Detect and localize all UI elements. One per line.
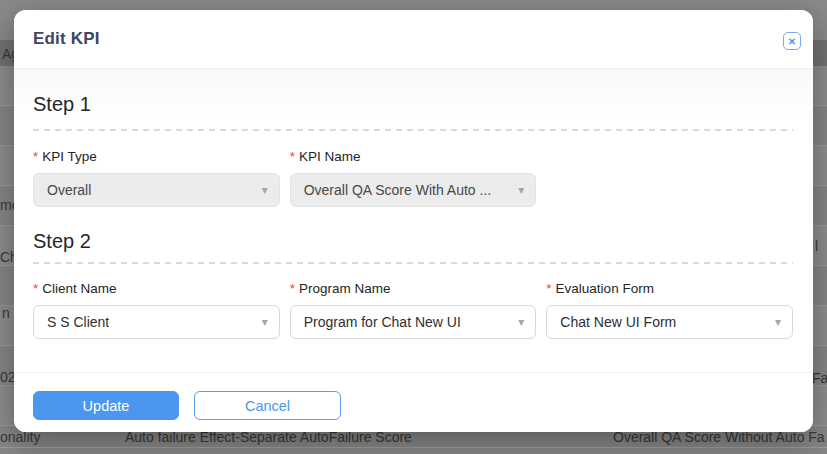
kpi-type-select: Overall ▾ (33, 173, 280, 207)
required-asterisk: * (290, 149, 295, 164)
kpi-name-select: Overall QA Score With Auto ... ▾ (290, 173, 537, 207)
step2-fields-row: *Client Name S S Client ▾ *Program Name … (33, 282, 793, 339)
close-button[interactable]: ✕ (783, 32, 801, 50)
evaluation-form-field: *Evaluation Form Chat New UI Form ▾ (546, 282, 793, 339)
kpi-name-label: *KPI Name (290, 150, 537, 164)
step1-heading: Step 1 (33, 93, 793, 116)
evaluation-form-value: Chat New UI Form (560, 314, 676, 330)
modal-header: Edit KPI ✕ (14, 10, 813, 69)
kpi-name-value: Overall QA Score With Auto ... (304, 182, 492, 198)
chevron-down-icon: ▾ (262, 184, 268, 196)
background-text-fragment: Fa (812, 371, 827, 386)
background-text-fragment: l (815, 239, 818, 254)
modal-title: Edit KPI (33, 29, 100, 49)
step1-fields-row: *KPI Type Overall ▾ *KPI Name Overall QA… (33, 150, 793, 207)
background-text-fragment: Overall QA Score Without Auto Fa (613, 430, 825, 445)
evaluation-form-label: *Evaluation Form (546, 282, 793, 296)
background-text-fragment: Auto failure Effect-Separate AutoFailure… (125, 430, 412, 445)
chevron-down-icon: ▾ (775, 316, 781, 328)
cancel-button[interactable]: Cancel (194, 391, 341, 420)
kpi-type-label: *KPI Type (33, 150, 280, 164)
program-name-value: Program for Chat New UI (304, 314, 461, 330)
kpi-type-label-text: KPI Type (42, 149, 97, 164)
kpi-type-field: *KPI Type Overall ▾ (33, 150, 280, 207)
chevron-down-icon: ▾ (518, 184, 524, 196)
required-asterisk: * (546, 281, 551, 296)
step2-heading: Step 2 (33, 230, 793, 253)
program-name-select[interactable]: Program for Chat New UI ▾ (290, 305, 537, 339)
modal-footer: Update Cancel (14, 372, 813, 432)
client-name-label-text: Client Name (42, 281, 116, 296)
client-name-label: *Client Name (33, 282, 280, 296)
dashed-divider (33, 129, 793, 131)
background-text-fragment: n (2, 306, 10, 321)
empty-cell (546, 150, 793, 207)
dashed-divider (33, 262, 793, 264)
required-asterisk: * (290, 281, 295, 296)
update-button[interactable]: Update (33, 391, 179, 420)
evaluation-form-label-text: Evaluation Form (556, 281, 654, 296)
chevron-down-icon: ▾ (262, 316, 268, 328)
program-name-label-text: Program Name (299, 281, 391, 296)
required-asterisk: * (33, 149, 38, 164)
client-name-value: S S Client (47, 314, 109, 330)
client-name-field: *Client Name S S Client ▾ (33, 282, 280, 339)
program-name-label: *Program Name (290, 282, 537, 296)
kpi-name-field: *KPI Name Overall QA Score With Auto ...… (290, 150, 537, 207)
background-text-fragment: onality (0, 430, 40, 445)
client-name-select[interactable]: S S Client ▾ (33, 305, 280, 339)
close-icon: ✕ (788, 36, 796, 47)
required-asterisk: * (33, 281, 38, 296)
kpi-type-value: Overall (47, 182, 91, 198)
modal-body: Step 1 *KPI Type Overall ▾ *KPI Name Ove… (14, 69, 813, 372)
kpi-name-label-text: KPI Name (299, 149, 361, 164)
background-row-separator (0, 447, 827, 448)
chevron-down-icon: ▾ (518, 316, 524, 328)
evaluation-form-select[interactable]: Chat New UI Form ▾ (546, 305, 793, 339)
program-name-field: *Program Name Program for Chat New UI ▾ (290, 282, 537, 339)
edit-kpi-modal: Edit KPI ✕ Step 1 *KPI Type Overall ▾ *K… (14, 10, 813, 432)
